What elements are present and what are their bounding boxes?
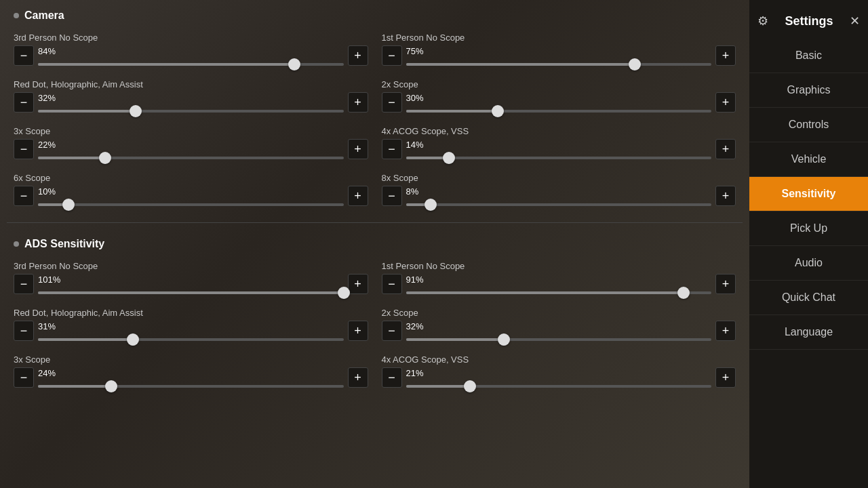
plus-btn[interactable]: + (715, 186, 736, 206)
slider-fill (38, 385, 111, 388)
minus-btn[interactable]: − (382, 45, 402, 66)
close-icon[interactable]: ✕ (850, 14, 860, 28)
plus-btn[interactable]: + (715, 321, 736, 341)
slider-thumb (498, 333, 510, 346)
slider-control: − 10% + (14, 186, 368, 206)
minus-btn[interactable]: − (382, 367, 402, 388)
slider-3rd-person-no-scope: 3rd Person No Scope − 84% + (7, 27, 375, 74)
slider-track[interactable] (38, 110, 344, 113)
main-container: Camera 3rd Person No Scope − 84% + (0, 0, 868, 488)
sidebar-item-sensitivity[interactable]: Sensitivity (749, 177, 868, 211)
plus-btn[interactable]: + (348, 92, 368, 113)
slider-track[interactable] (38, 338, 344, 341)
minus-btn[interactable]: − (382, 321, 402, 341)
minus-btn[interactable]: − (382, 186, 402, 206)
sidebar-item-controls[interactable]: Controls (749, 108, 868, 142)
section-dot (14, 241, 19, 247)
slider-value: 21% (406, 368, 712, 378)
slider-wrapper: 24% (38, 368, 344, 388)
plus-btn[interactable]: + (348, 274, 368, 294)
slider-thumb (99, 152, 111, 164)
minus-btn[interactable]: − (14, 139, 34, 159)
slider-track[interactable] (406, 291, 712, 294)
minus-btn[interactable]: − (382, 274, 402, 294)
sidebar-item-label: Language (785, 326, 833, 338)
slider-thumb (130, 105, 142, 117)
plus-btn[interactable]: + (348, 321, 368, 341)
plus-btn[interactable]: + (715, 367, 736, 388)
slider-fill (38, 63, 294, 66)
ads-slider-3rd-person: 3rd Person No Scope − 101% + (7, 256, 375, 302)
slider-thumb (62, 199, 75, 211)
plus-btn[interactable]: + (348, 45, 368, 66)
slider-track[interactable] (38, 63, 344, 66)
slider-track[interactable] (406, 63, 712, 66)
slider-label: 4x ACOG Scope, VSS (382, 354, 736, 365)
sidebar-title: Settings (785, 14, 833, 28)
plus-btn[interactable]: + (715, 274, 736, 294)
sidebar-item-label: Controls (789, 119, 829, 130)
slider-label: 2x Scope (382, 308, 736, 318)
sidebar-item-quickchat[interactable]: Quick Chat (749, 281, 868, 315)
sidebar-item-vehicle[interactable]: Vehicle (749, 142, 868, 177)
minus-btn[interactable]: − (382, 139, 402, 159)
minus-btn[interactable]: − (14, 274, 34, 294)
slider-track[interactable] (406, 157, 712, 159)
slider-track[interactable] (406, 203, 712, 206)
minus-btn[interactable]: − (14, 92, 34, 113)
sidebar-item-audio[interactable]: Audio (749, 246, 868, 281)
slider-wrapper: 8% (406, 186, 712, 206)
plus-btn[interactable]: + (348, 186, 368, 206)
slider-thumb (629, 58, 641, 70)
slider-value: 31% (38, 321, 344, 331)
slider-value: 91% (406, 274, 712, 285)
slider-value: 32% (406, 321, 712, 331)
slider-wrapper: 14% (406, 140, 712, 159)
slider-value: 24% (38, 368, 344, 378)
slider-thumb (464, 380, 476, 392)
slider-label: Red Dot, Holographic, Aim Assist (14, 308, 368, 318)
slider-control: − 91% + (382, 274, 736, 294)
content-panel: Camera 3rd Person No Scope − 84% + (0, 0, 749, 488)
minus-btn[interactable]: − (14, 186, 34, 206)
plus-btn[interactable]: + (715, 92, 736, 113)
slider-track[interactable] (38, 203, 344, 206)
slider-value: 32% (38, 93, 344, 103)
slider-control: − 14% + (382, 139, 736, 159)
slider-track[interactable] (406, 110, 712, 113)
sidebar-item-pickup[interactable]: Pick Up (749, 211, 868, 246)
slider-fill (38, 291, 344, 294)
sidebar-item-graphics[interactable]: Graphics (749, 73, 868, 108)
section-dot (14, 13, 19, 18)
slider-track[interactable] (38, 291, 344, 294)
slider-track[interactable] (38, 157, 344, 159)
slider-1st-person-no-scope: 1st Person No Scope − 75% + (375, 27, 743, 74)
slider-track[interactable] (406, 385, 712, 388)
minus-btn[interactable]: − (14, 45, 34, 66)
sidebar-item-language[interactable]: Language (749, 315, 868, 350)
slider-value: 84% (38, 46, 344, 56)
slider-value: 14% (406, 140, 712, 150)
slider-label: Red Dot, Holographic, Aim Assist (14, 79, 368, 89)
slider-track[interactable] (38, 385, 344, 388)
slider-control: − 101% + (14, 274, 368, 294)
sidebar-item-label: Vehicle (791, 153, 827, 165)
minus-btn[interactable]: − (14, 367, 34, 388)
slider-fill (406, 291, 684, 294)
plus-btn[interactable]: + (715, 139, 736, 159)
sidebar-item-basic[interactable]: Basic (749, 39, 868, 73)
plus-btn[interactable]: + (715, 45, 736, 66)
plus-btn[interactable]: + (348, 367, 368, 388)
slider-control: − 32% + (382, 321, 736, 341)
slider-track[interactable] (406, 338, 712, 341)
plus-btn[interactable]: + (348, 139, 368, 159)
slider-fill (406, 63, 635, 66)
minus-btn[interactable]: − (14, 321, 34, 341)
slider-wrapper: 91% (406, 274, 712, 294)
slider-fill (406, 338, 504, 341)
slider-wrapper: 84% (38, 46, 344, 66)
slider-thumb (127, 333, 139, 346)
slider-wrapper: 75% (406, 46, 712, 66)
minus-btn[interactable]: − (382, 92, 402, 113)
slider-thumb (425, 199, 437, 211)
